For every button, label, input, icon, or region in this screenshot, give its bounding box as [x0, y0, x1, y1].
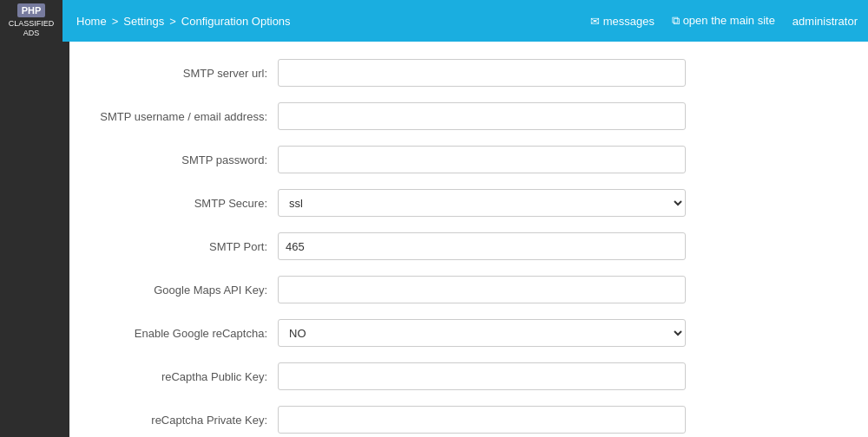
enable-recaptcha-select[interactable]: NO YES	[278, 319, 686, 347]
layout: SMTP server url: SMTP username / email a…	[0, 42, 868, 437]
messages-link[interactable]: messages	[590, 15, 654, 28]
smtp-port-label: SMTP Port:	[87, 240, 278, 253]
recaptcha-private-row: reCaptcha Private Key:	[69, 406, 842, 434]
google-maps-input[interactable]	[278, 276, 686, 303]
recaptcha-private-input[interactable]	[278, 406, 686, 434]
google-maps-row: Google Maps API Key:	[69, 276, 842, 303]
smtp-server-url-input[interactable]	[278, 59, 686, 87]
smtp-password-input[interactable]	[278, 146, 686, 173]
smtp-username-input[interactable]	[278, 102, 686, 130]
logo-ads: ADS	[23, 29, 40, 38]
main-content: SMTP server url: SMTP username / email a…	[69, 42, 868, 437]
smtp-password-label: SMTP password:	[87, 153, 278, 166]
breadcrumb: Home > Settings > Configuration Options	[76, 15, 590, 28]
breadcrumb-current: Configuration Options	[181, 15, 291, 28]
smtp-port-input[interactable]	[278, 232, 686, 260]
recaptcha-public-input[interactable]	[278, 362, 686, 390]
logo: PHP CLASSIFIED ADS	[0, 0, 62, 42]
breadcrumb-settings[interactable]: Settings	[123, 15, 164, 28]
google-maps-label: Google Maps API Key:	[87, 284, 278, 297]
smtp-username-row: SMTP username / email address:	[69, 102, 842, 130]
recaptcha-public-label: reCaptha Public Key:	[87, 370, 278, 383]
smtp-port-row: SMTP Port:	[69, 232, 842, 260]
smtp-password-row: SMTP password:	[69, 146, 842, 173]
enable-recaptcha-row: Enable Google reCaptcha: NO YES	[69, 319, 842, 347]
sidebar	[0, 42, 69, 437]
smtp-secure-label: SMTP Secure:	[87, 197, 278, 210]
logo-classified: CLASSIFIED	[9, 19, 55, 29]
smtp-username-label: SMTP username / email address:	[87, 110, 278, 123]
recaptcha-public-row: reCaptha Public Key:	[69, 362, 842, 390]
admin-label: administrator	[792, 15, 858, 28]
top-navigation: PHP CLASSIFIED ADS Home > Settings > Con…	[0, 0, 868, 42]
enable-recaptcha-label: Enable Google reCaptcha:	[87, 327, 278, 340]
breadcrumb-home[interactable]: Home	[76, 15, 107, 28]
smtp-secure-row: SMTP Secure: ssl tls none	[69, 189, 842, 217]
smtp-server-url-row: SMTP server url:	[69, 59, 842, 87]
breadcrumb-sep2: >	[169, 15, 176, 28]
smtp-server-url-label: SMTP server url:	[87, 67, 278, 80]
logo-php: PHP	[17, 3, 46, 17]
smtp-secure-select[interactable]: ssl tls none	[278, 189, 686, 217]
recaptcha-private-label: reCaptcha Private Key:	[87, 414, 278, 427]
breadcrumb-sep1: >	[112, 15, 119, 28]
open-main-site-link[interactable]: open the main site	[672, 14, 775, 28]
nav-right: messages open the main site administrato…	[590, 14, 858, 28]
